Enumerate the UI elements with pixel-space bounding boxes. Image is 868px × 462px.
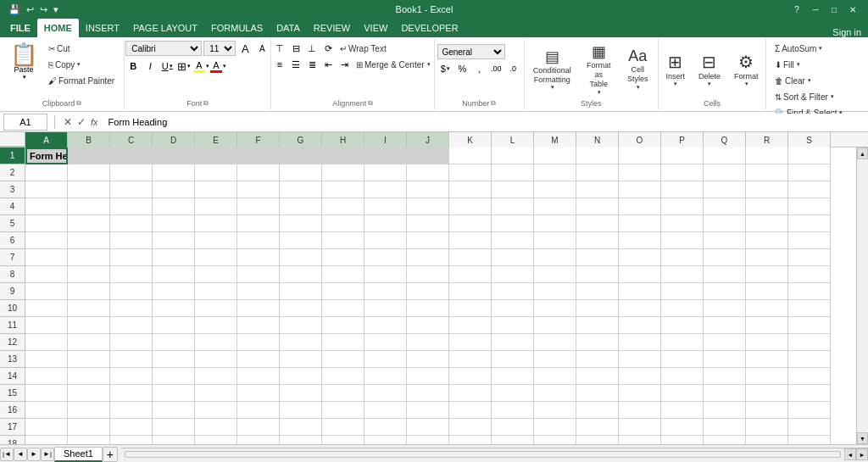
cell-A2[interactable]: [25, 164, 68, 181]
col-header-J[interactable]: J: [407, 132, 449, 148]
tab-pagelayout[interactable]: PAGE LAYOUT: [126, 19, 204, 37]
col-header-M[interactable]: M: [534, 132, 576, 148]
cell-K1[interactable]: [449, 148, 492, 164]
row-header-14[interactable]: 14: [0, 368, 25, 385]
scroll-up-button[interactable]: ▲: [857, 148, 868, 159]
row-header-18[interactable]: 18: [0, 436, 25, 444]
row-header-6[interactable]: 6: [0, 232, 25, 249]
autosum-button[interactable]: Σ AutoSum ▾: [771, 41, 826, 56]
align-left-button[interactable]: ≡: [272, 57, 287, 72]
font-color-button[interactable]: A ▾: [210, 58, 225, 74]
align-right-button[interactable]: ≣: [304, 57, 320, 72]
select-all-button[interactable]: [0, 132, 25, 147]
sheet-nav-next[interactable]: ►: [27, 448, 41, 461]
cell-C1[interactable]: [110, 148, 153, 164]
cell-S1[interactable]: [788, 148, 831, 164]
font-family-select[interactable]: Calibri: [125, 41, 202, 56]
bold-button[interactable]: B: [125, 58, 141, 74]
orientation-button[interactable]: ⟳: [320, 41, 336, 56]
cell-A1[interactable]: Form Heading: [25, 148, 68, 164]
increase-font-button[interactable]: A: [237, 41, 253, 56]
cell-styles-button[interactable]: Aa CellStyles ▾: [623, 44, 653, 95]
cut-button[interactable]: ✂ Cut: [44, 41, 119, 56]
cell-O1[interactable]: [619, 148, 661, 164]
decrease-font-button[interactable]: A: [254, 41, 270, 56]
row-header-1[interactable]: 1: [0, 148, 25, 164]
cell-A3[interactable]: [25, 181, 68, 198]
delete-button[interactable]: ⊟ Delete ▾: [693, 44, 726, 95]
cell-E1[interactable]: [195, 148, 237, 164]
add-sheet-button[interactable]: +: [103, 447, 118, 462]
row-header-13[interactable]: 13: [0, 351, 25, 368]
maximize-button[interactable]: □: [826, 3, 843, 16]
fill-button[interactable]: ⬇ Fill ▾: [771, 57, 804, 72]
col-header-A[interactable]: A: [25, 132, 68, 148]
row-header-2[interactable]: 2: [0, 164, 25, 181]
save-qat-button[interactable]: 💾: [7, 4, 22, 15]
row-header-15[interactable]: 15: [0, 385, 25, 402]
cell-P1[interactable]: [661, 148, 704, 164]
font-size-select[interactable]: 11: [203, 41, 236, 56]
confirm-formula-button[interactable]: ✓: [75, 116, 87, 128]
paste-button[interactable]: 📋 Paste ▾: [5, 41, 42, 83]
row-header-4[interactable]: 4: [0, 198, 25, 215]
col-header-S[interactable]: S: [788, 132, 831, 148]
merge-center-button[interactable]: ⊞ Merge & Center ▾: [353, 57, 434, 72]
decrease-decimal-button[interactable]: .0: [505, 61, 520, 76]
cell-Q1[interactable]: [704, 148, 746, 164]
col-header-Q[interactable]: Q: [704, 132, 746, 148]
format-button[interactable]: ⚙ Format ▾: [729, 44, 764, 95]
col-header-L[interactable]: L: [492, 132, 534, 148]
cancel-formula-button[interactable]: ✕: [62, 116, 74, 128]
cell-G1[interactable]: [280, 148, 322, 164]
col-header-B[interactable]: B: [68, 132, 110, 148]
cell-D1[interactable]: [153, 148, 195, 164]
copy-button[interactable]: ⎘ Copy ▾: [44, 57, 119, 72]
row-header-16[interactable]: 16: [0, 402, 25, 419]
col-header-P[interactable]: P: [661, 132, 704, 148]
fill-color-button[interactable]: A ▾: [193, 58, 209, 74]
row-header-12[interactable]: 12: [0, 334, 25, 351]
scroll-down-button[interactable]: ▼: [857, 432, 868, 444]
row-header-10[interactable]: 10: [0, 300, 25, 317]
sheet-nav-prev[interactable]: ◄: [14, 448, 27, 461]
close-button[interactable]: ✕: [844, 3, 861, 16]
format-as-table-button[interactable]: ▦ Format asTable ▾: [578, 44, 620, 95]
row-header-3[interactable]: 3: [0, 181, 25, 198]
percent-button[interactable]: %: [454, 61, 470, 76]
tab-developer[interactable]: DEVELOPER: [394, 19, 465, 37]
font-expand-icon[interactable]: ⧉: [203, 99, 209, 108]
tab-file[interactable]: FILE: [3, 19, 37, 37]
row-header-7[interactable]: 7: [0, 249, 25, 266]
hscroll-left[interactable]: ◄: [844, 448, 856, 460]
cell-J1[interactable]: [407, 148, 449, 164]
border-button[interactable]: ⊞▾: [176, 58, 192, 74]
cell-N1[interactable]: [576, 148, 619, 164]
conditional-formatting-button[interactable]: ▤ ConditionalFormatting ▾: [530, 44, 575, 95]
help-button[interactable]: ?: [788, 3, 805, 16]
underline-button[interactable]: U▾: [159, 58, 175, 74]
align-bottom-button[interactable]: ⊥: [304, 41, 320, 56]
tab-data[interactable]: DATA: [270, 19, 307, 37]
redo-qat-button[interactable]: ↪: [38, 4, 49, 15]
italic-button[interactable]: I: [142, 58, 158, 74]
clear-button[interactable]: 🗑 Clear ▾: [771, 73, 815, 88]
name-box[interactable]: [3, 114, 47, 131]
hscroll-right[interactable]: ►: [856, 448, 868, 460]
formula-input[interactable]: [105, 114, 865, 131]
clipboard-expand-icon[interactable]: ⧉: [76, 99, 81, 108]
sort-filter-button[interactable]: ⇅ Sort & Filter ▾: [771, 89, 838, 104]
col-header-R[interactable]: R: [746, 132, 788, 148]
number-expand-icon[interactable]: ⧉: [491, 99, 496, 108]
decrease-indent-button[interactable]: ⇤: [320, 57, 336, 72]
tab-insert[interactable]: INSERT: [79, 19, 126, 37]
alignment-expand-icon[interactable]: ⧉: [368, 99, 373, 108]
number-format-select[interactable]: General: [437, 44, 505, 59]
col-header-N[interactable]: N: [576, 132, 619, 148]
align-top-button[interactable]: ⊤: [272, 41, 287, 56]
cell-M1[interactable]: [534, 148, 576, 164]
sheet-tab-sheet1[interactable]: Sheet1: [54, 447, 103, 462]
grid-area[interactable]: Form Heading: [25, 148, 856, 444]
align-middle-button[interactable]: ⊟: [288, 41, 303, 56]
wrap-text-button[interactable]: ↵ Wrap Text: [337, 41, 390, 56]
